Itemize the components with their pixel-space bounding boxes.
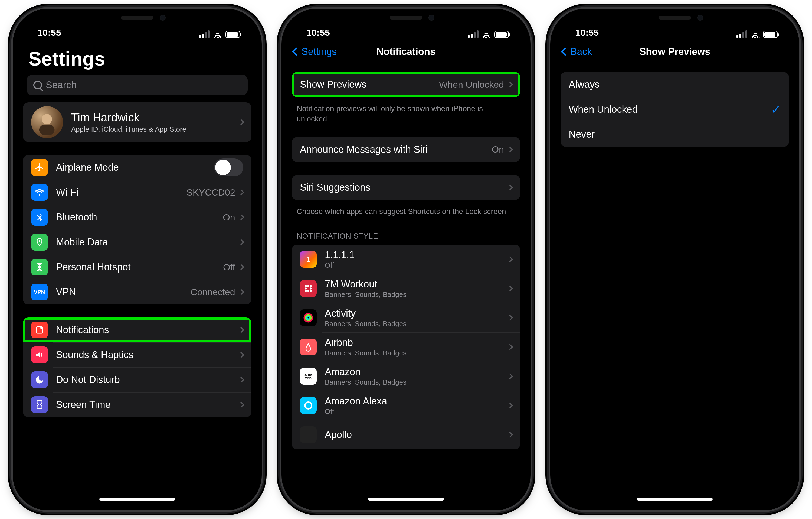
avatar: [31, 106, 63, 138]
notch: [79, 9, 196, 27]
row-show-previews[interactable]: Show Previews When Unlocked: [292, 72, 520, 97]
row-value: Connected: [191, 287, 235, 297]
row-mobiledata[interactable]: Mobile Data: [23, 230, 252, 255]
group-footer: Notification previews will only be shown…: [287, 100, 525, 124]
chevron-right-icon: [238, 264, 244, 270]
option-label: When Unlocked: [569, 104, 771, 115]
svg-point-3: [38, 266, 40, 268]
cellular-icon: [468, 31, 478, 38]
nav-title: Show Previews: [639, 46, 710, 57]
app-sub: Banners, Sounds, Badges: [325, 320, 508, 328]
row-label: Mobile Data: [56, 237, 239, 248]
svg-point-12: [307, 290, 309, 292]
chevron-right-icon: [507, 82, 513, 88]
option-label: Never: [569, 129, 781, 140]
chevron-right-icon: [507, 315, 513, 321]
svg-point-11: [305, 290, 307, 292]
back-label: Back: [570, 46, 592, 57]
row-dnd[interactable]: Do Not Disturb: [23, 367, 252, 392]
toggle[interactable]: [214, 159, 243, 176]
row-value: On: [492, 144, 504, 155]
svg-point-8: [310, 285, 312, 287]
airplane-icon: [31, 159, 48, 176]
row-screentime[interactable]: Screen Time: [23, 392, 252, 417]
row-wifi[interactable]: Wi-FiSKYCCD02: [23, 180, 252, 205]
notifications-icon: [31, 322, 48, 338]
row-announce-siri[interactable]: Announce Messages with Siri On: [292, 137, 520, 162]
status-time: 10:55: [38, 27, 61, 38]
back-button[interactable]: Settings: [293, 46, 337, 57]
row-label: Siri Suggestions: [300, 182, 508, 193]
chevron-right-icon: [507, 285, 513, 292]
svg-point-16: [307, 317, 310, 319]
nav-bar: Back Show Previews: [556, 39, 794, 64]
app-name: Airbnb: [325, 337, 508, 348]
row-label: Announce Messages with Siri: [300, 144, 492, 155]
svg-point-2: [39, 240, 40, 242]
app-row[interactable]: Amazon AlexaOff: [292, 391, 520, 420]
wifi-icon: [213, 31, 222, 38]
back-label: Settings: [301, 46, 337, 57]
app-sub: Off: [325, 261, 508, 270]
chevron-right-icon: [238, 239, 244, 245]
app-icon: [300, 426, 317, 443]
svg-point-6: [305, 285, 307, 287]
chevron-right-icon: [507, 432, 513, 438]
row-notifications[interactable]: Notifications: [23, 318, 252, 343]
row-value: On: [223, 212, 235, 223]
apple-id-name: Tim Hardwick: [71, 111, 239, 124]
home-indicator[interactable]: [637, 498, 713, 500]
row-bluetooth[interactable]: BluetoothOn: [23, 205, 252, 230]
home-indicator[interactable]: [368, 498, 444, 500]
app-name: 7M Workout: [325, 278, 508, 290]
chevron-right-icon: [507, 256, 513, 263]
row-sounds[interactable]: Sounds & Haptics: [23, 343, 252, 367]
app-row[interactable]: ActivityBanners, Sounds, Badges: [292, 303, 520, 332]
option-row[interactable]: Always: [560, 72, 789, 97]
row-label: Bluetooth: [56, 212, 223, 223]
phone-notifications: 10:55 Settings Notifications Show Previe…: [282, 9, 530, 510]
chevron-right-icon: [507, 373, 513, 380]
row-hotspot[interactable]: Personal HotspotOff: [23, 255, 252, 279]
chevron-left-icon: [292, 47, 300, 56]
group-header: NOTIFICATION STYLE: [287, 229, 525, 245]
wifi-icon: [31, 184, 48, 201]
app-row[interactable]: Apollo: [292, 420, 520, 449]
option-row[interactable]: Never: [560, 122, 789, 147]
search-input[interactable]: Search: [27, 75, 248, 95]
apple-id-row[interactable]: Tim Hardwick Apple ID, iCloud, iTunes & …: [23, 102, 252, 142]
svg-point-7: [307, 285, 309, 287]
hotspot-icon: [31, 259, 48, 275]
app-row[interactable]: 7M WorkoutBanners, Sounds, Badges: [292, 274, 520, 303]
vpn-icon: VPN: [31, 283, 48, 300]
chevron-right-icon: [238, 402, 244, 408]
svg-point-9: [305, 288, 307, 290]
phone-show-previews: 10:55 Back Show Previews AlwaysWhen Unlo…: [550, 9, 799, 510]
dnd-icon: [31, 372, 48, 388]
svg-point-5: [40, 327, 43, 329]
wifi-icon: [482, 31, 491, 38]
svg-point-10: [310, 288, 312, 290]
page-title: Settings: [18, 39, 256, 73]
home-indicator[interactable]: [99, 498, 175, 500]
status-time: 10:55: [307, 27, 330, 38]
chevron-right-icon: [507, 403, 513, 409]
svg-rect-1: [39, 125, 55, 135]
app-row[interactable]: 11.1.1.1Off: [292, 245, 520, 274]
row-value: Off: [223, 262, 235, 273]
app-row[interactable]: AirbnbBanners, Sounds, Badges: [292, 332, 520, 362]
row-vpn[interactable]: VPNVPNConnected: [23, 279, 252, 304]
mobiledata-icon: [31, 234, 48, 251]
app-name: Activity: [325, 308, 508, 319]
nav-title: Notifications: [377, 46, 435, 57]
app-sub: Off: [325, 407, 508, 416]
row-airplane[interactable]: Airplane Mode: [23, 155, 252, 180]
back-button[interactable]: Back: [562, 46, 592, 57]
row-siri-suggestions[interactable]: Siri Suggestions: [292, 175, 520, 200]
notch: [348, 9, 464, 27]
row-label: Wi-Fi: [56, 187, 186, 198]
chevron-right-icon: [238, 189, 244, 196]
option-row[interactable]: When Unlocked✓: [560, 97, 789, 122]
app-row[interactable]: amazonAmazonBanners, Sounds, Badges: [292, 362, 520, 391]
app-sub: Banners, Sounds, Badges: [325, 378, 508, 386]
